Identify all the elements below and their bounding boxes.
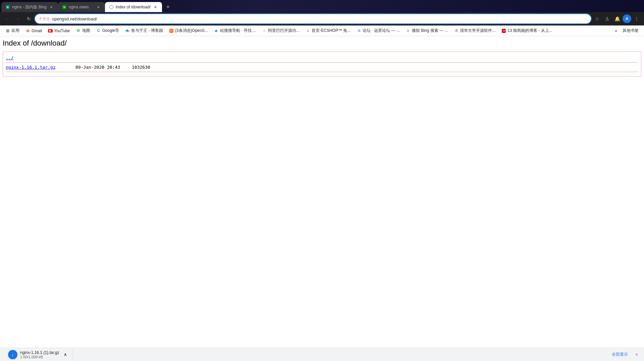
bookmark-tsinghua-label: 清华大学开源软件... (460, 28, 495, 34)
tab-download[interactable]: Index of /download/ ✕ (105, 2, 162, 12)
bookmark-forum[interactable]: 远 论坛 · 远景论坛 — ... (354, 27, 402, 35)
tab-bar: B nginx - 国内版 Bing ✕ N nginx.news ✕ Inde… (0, 0, 644, 12)
dir-separator (6, 62, 638, 63)
bookmark-gmail[interactable]: M Gmail (23, 27, 45, 35)
shop-icon: E (306, 28, 310, 33)
bookmark-google-label: Google导 (102, 28, 119, 34)
bookmark-google[interactable]: G Google导 (94, 27, 122, 35)
station-icon: ◉ (214, 28, 219, 33)
nav-bar: ← → ↻ 不安全 opengsd.net/download/ ☆ ♙ 🔔 A (0, 12, 644, 25)
page-content: Index of /download/ ../ nginx-1.16.1.tar… (0, 36, 644, 348)
tsinghua-icon: 清 (454, 28, 459, 33)
bookmark-youtube[interactable]: YouTube (45, 27, 72, 35)
tab-nginx-title: nginx.news (69, 5, 94, 9)
parent-dir-link[interactable]: ../ (6, 55, 13, 60)
bookmark-gmail-label: Gmail (32, 28, 42, 33)
bookmark-bing2-label: 微软 Bing 搜索 — ... (412, 28, 448, 34)
tab-bing-favicon: B (5, 5, 10, 9)
bookmark-apps[interactable]: ⊞ 应用 (3, 27, 22, 35)
file-row-0: nginx-1.16.1.tar.gz 09-Jan-2020 20:43 10… (6, 64, 638, 70)
tab-nginx-close[interactable]: ✕ (96, 4, 101, 10)
bookmark-tsinghua[interactable]: 清 清华大学开源软件... (451, 27, 498, 35)
file-link-0[interactable]: nginx-1.16.1.tar.gz (6, 65, 73, 70)
bookmark-shop[interactable]: E 首页-ECSHOP™ 免... (303, 27, 353, 35)
url-display: opengsd.net/download/ (52, 16, 587, 21)
file-date-0: 09-Jan-2020 20:43 (75, 65, 129, 70)
bookmark-13[interactable]: 13 13 陈凯能的博客 - 从上... (499, 27, 555, 35)
reload-icon: ↻ (27, 16, 31, 21)
bookmark-other-label: 其他书签 (623, 28, 639, 34)
bookmark-ali[interactable]: A 阿里巴巴开源功... (259, 27, 302, 35)
star-icon: ☆ (595, 16, 599, 21)
more-label: » (615, 28, 617, 33)
tab-bing[interactable]: B nginx - 国内版 Bing ✕ (1, 2, 58, 12)
bookmark-station[interactable]: ◉ 站搜搜导航 · 寻找 ... (211, 27, 259, 35)
avatar-initial: A (626, 16, 629, 21)
reload-button[interactable]: ↻ (24, 14, 34, 23)
bookmark-13-label: 13 陈凯能的博客 - 从上... (507, 28, 552, 34)
new-tab-button[interactable]: + (163, 2, 173, 12)
tab-bing-close[interactable]: ✕ (49, 4, 54, 10)
tab-bing-title: nginx - 国内版 Bing (12, 4, 47, 10)
directory-listing: ../ nginx-1.16.1.tar.gz 09-Jan-2020 20:4… (3, 52, 641, 76)
forward-button[interactable]: → (13, 14, 23, 23)
bell-icon: 🔔 (614, 16, 620, 21)
forward-icon: → (16, 16, 20, 21)
address-bar[interactable]: 不安全 opengsd.net/download/ (35, 14, 591, 23)
bookmark-star-button[interactable]: ☆ (592, 14, 602, 23)
menu-button[interactable]: ⋮ (632, 14, 641, 23)
tab-download-title: Index of /download/ (116, 5, 151, 9)
tab-nginx-favicon: N (62, 5, 67, 9)
nav-right-buttons: ☆ ♙ 🔔 A ⋮ (592, 14, 641, 23)
bookmark-forum-label: 论坛 · 远景论坛 — ... (363, 28, 400, 34)
notifications-button[interactable]: 🔔 (612, 14, 622, 23)
profile-icon: ♙ (605, 16, 609, 21)
13-icon: 13 (501, 28, 506, 33)
bookmark-more-button[interactable]: » (613, 27, 619, 35)
bookmark-c[interactable]: C (3条消息)OpenS... (166, 27, 211, 35)
apps-icon: ⊞ (5, 28, 10, 33)
fish-icon: 🐟 (125, 28, 130, 33)
bookmark-c-label: (3条消息)OpenS... (175, 28, 208, 34)
menu-icon: ⋮ (634, 16, 639, 21)
bookmark-shop-label: 首页-ECSHOP™ 免... (312, 28, 351, 34)
ali-icon: A (262, 28, 267, 33)
bookmark-other[interactable]: 其他书签 (620, 27, 641, 35)
parent-dir-row: ../ (6, 55, 638, 61)
tab-download-favicon (109, 5, 114, 9)
bing2-icon: b (406, 28, 411, 33)
profile-button[interactable]: ♙ (602, 14, 612, 23)
gmail-icon: M (25, 28, 30, 33)
bookmark-map[interactable]: M 地图 (73, 27, 93, 35)
browser-chrome: B nginx - 国内版 Bing ✕ N nginx.news ✕ Inde… (0, 0, 644, 36)
tab-nginx[interactable]: N nginx.news ✕ (58, 2, 105, 12)
bookmark-station-label: 站搜搜导航 · 寻找 ... (220, 28, 256, 34)
google-icon: G (96, 28, 101, 33)
back-button[interactable]: ← (3, 14, 12, 23)
back-icon: ← (5, 16, 10, 21)
dir-separator-bottom (6, 72, 638, 72)
youtube-icon (48, 28, 53, 33)
bookmark-fish[interactable]: 🐟 鱼与于王 - 博客园 (122, 27, 166, 35)
file-size-0: 1032630 (132, 65, 150, 70)
avatar-button[interactable]: A (623, 14, 631, 23)
bookmark-map-label: 地图 (82, 28, 90, 34)
c-icon: C (169, 28, 174, 33)
map-icon: M (76, 28, 81, 33)
bookmark-fish-label: 鱼与于王 - 博客园 (131, 28, 163, 34)
bookmarks-bar: ⊞ 应用 M Gmail YouTube M 地图 G Google导 🐟 鱼与… (0, 25, 644, 36)
bookmark-youtube-label: YouTube (54, 28, 70, 33)
bookmark-ali-label: 阿里巴巴开源功... (268, 28, 300, 34)
page-title: Index of /download/ (3, 39, 641, 48)
tab-download-close[interactable]: ✕ (153, 4, 158, 10)
security-indicator: 不安全 (39, 16, 50, 21)
bookmark-bing2[interactable]: b 微软 Bing 搜索 — ... (403, 27, 450, 35)
bookmark-apps-label: 应用 (11, 28, 19, 34)
forum-icon: 远 (357, 28, 361, 33)
